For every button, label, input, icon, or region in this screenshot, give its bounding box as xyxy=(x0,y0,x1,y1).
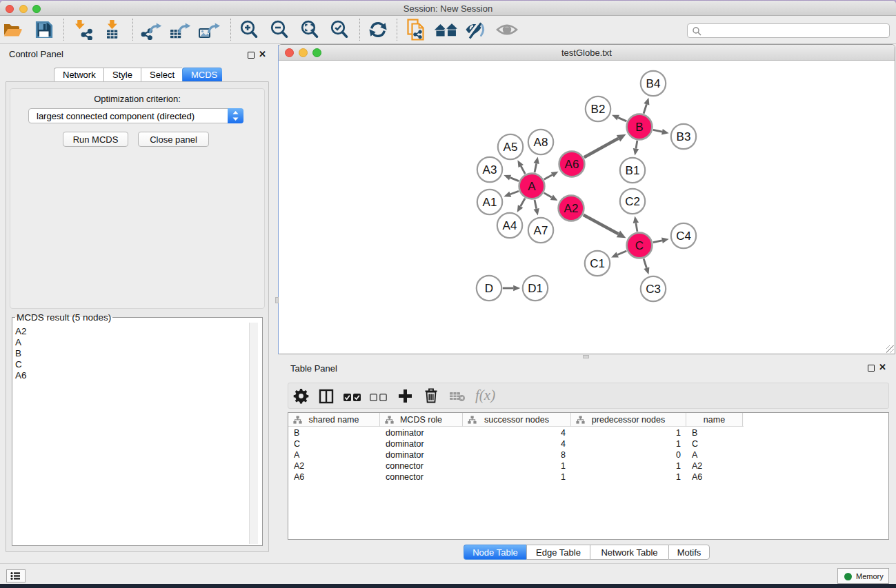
svg-text:C1: C1 xyxy=(590,257,605,270)
svg-text:D: D xyxy=(485,282,493,295)
svg-text:A2: A2 xyxy=(564,202,579,215)
svg-text:A4: A4 xyxy=(503,219,517,232)
svg-text:C: C xyxy=(635,239,644,252)
svg-text:A7: A7 xyxy=(534,224,548,237)
svg-text:D1: D1 xyxy=(528,282,543,295)
svg-text:A5: A5 xyxy=(504,141,518,154)
svg-text:A1: A1 xyxy=(483,196,497,209)
svg-text:B1: B1 xyxy=(626,164,640,177)
svg-text:B: B xyxy=(635,121,643,134)
svg-text:B3: B3 xyxy=(677,130,691,143)
svg-text:A6: A6 xyxy=(565,158,579,171)
svg-text:B4: B4 xyxy=(646,77,661,90)
svg-text:B2: B2 xyxy=(591,103,606,116)
svg-text:C4: C4 xyxy=(676,230,691,243)
svg-text:C2: C2 xyxy=(625,195,640,208)
svg-text:A8: A8 xyxy=(534,136,548,149)
svg-text:C3: C3 xyxy=(646,283,661,296)
svg-text:A3: A3 xyxy=(483,163,497,176)
svg-text:A: A xyxy=(528,180,536,193)
